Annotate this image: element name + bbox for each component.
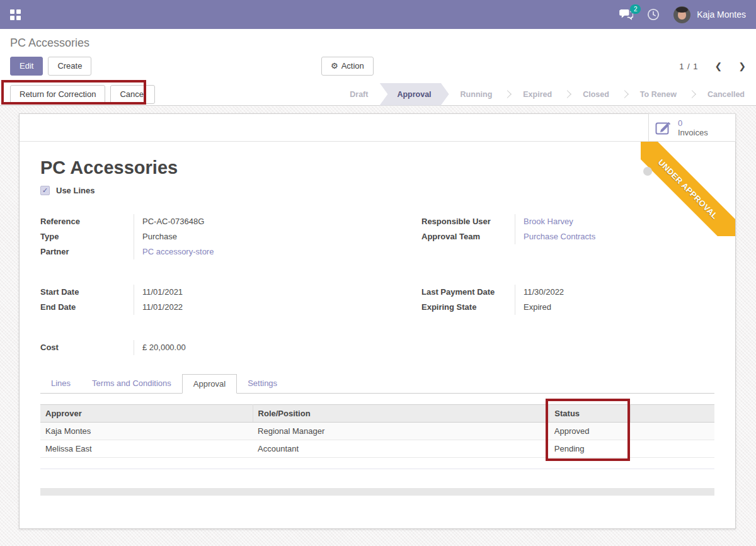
- column-header-role: Role/Position: [253, 405, 549, 423]
- cell-status: Approved: [549, 423, 630, 440]
- state-pipeline: Draft Approval Running Expired Closed To…: [338, 83, 756, 106]
- column-header-approver: Approver: [40, 405, 253, 423]
- field-label: Type: [40, 229, 134, 244]
- field-group-main: Reference PC-AC-073648G Type Purchase Pa…: [40, 214, 714, 259]
- use-lines-label: Use Lines: [56, 186, 94, 195]
- user-menu[interactable]: Kaja Montes: [697, 9, 746, 20]
- field-value: 11/30/2022: [515, 285, 714, 300]
- messages-count-badge: 2: [630, 4, 641, 14]
- chevron-separator-icon: [503, 90, 512, 98]
- control-panel: Edit Create ⚙Action 1 / 1 ❮ ❯: [0, 52, 756, 83]
- approval-table: Approver Role/Position Status Kaja Monte…: [40, 404, 714, 458]
- table-empty-row: [40, 458, 714, 469]
- record-title: PC Accessories: [40, 158, 714, 177]
- field-value: Purchase: [134, 229, 377, 244]
- cell-approver: Melissa East: [40, 440, 253, 458]
- field-value: 11/01/2022: [134, 300, 377, 315]
- pager-previous-icon[interactable]: ❮: [715, 61, 723, 71]
- tab-approval[interactable]: Approval: [182, 374, 237, 394]
- field-partner: Partner PC accessory-store: [40, 244, 377, 259]
- approval-team-link[interactable]: Purchase Contracts: [524, 232, 595, 241]
- avatar-placeholder-dot: [643, 167, 652, 176]
- field-label: Last Payment Date: [421, 285, 515, 300]
- cell-status: Pending: [549, 440, 630, 458]
- gear-icon: ⚙: [331, 61, 338, 71]
- field-responsible-user: Responsible User Brook Harvey: [421, 214, 714, 229]
- state-closed[interactable]: Closed: [571, 83, 621, 106]
- breadcrumb-row: PC Accessories: [0, 29, 756, 52]
- cell-approver: Kaja Montes: [40, 423, 253, 440]
- top-navbar: 2 Kaja Montes: [0, 0, 756, 29]
- invoices-label: Invoices: [678, 128, 708, 137]
- table-row[interactable]: Melissa East Accountant Pending: [40, 440, 714, 458]
- field-reference: Reference PC-AC-073648G: [40, 214, 377, 229]
- field-label: Approval Team: [421, 229, 515, 244]
- field-value: Expired: [515, 300, 714, 315]
- status-bar: Return for Correction Cancel Draft Appro…: [0, 83, 756, 106]
- column-header-empty: [630, 405, 714, 423]
- field-label: Cost: [40, 340, 134, 355]
- breadcrumb: PC Accessories: [10, 37, 89, 49]
- activities-clock-icon[interactable]: [647, 8, 660, 21]
- field-value: £ 20,000.00: [134, 340, 377, 355]
- return-for-correction-button[interactable]: Return for Correction: [10, 85, 105, 104]
- cell-role: Regional Manager: [253, 423, 549, 440]
- table-header-row: Approver Role/Position Status: [40, 405, 714, 423]
- tab-terms-and-conditions[interactable]: Terms and Conditions: [81, 374, 182, 393]
- partner-link[interactable]: PC accessory-store: [142, 247, 214, 256]
- field-label: Start Date: [40, 285, 134, 300]
- field-type: Type Purchase: [40, 229, 377, 244]
- field-cost: Cost £ 20,000.00: [40, 340, 377, 355]
- action-button[interactable]: ⚙Action: [321, 57, 374, 76]
- state-draft[interactable]: Draft: [338, 83, 379, 106]
- content-background: 0 Invoices UNDER APPROVAL PC Accessories…: [0, 106, 756, 546]
- field-value: 11/01/2021: [134, 285, 377, 300]
- button-box-strip: 0 Invoices: [20, 114, 735, 142]
- notebook-tabs: Lines Terms and Conditions Approval Sett…: [40, 374, 714, 394]
- state-expired[interactable]: Expired: [512, 83, 563, 106]
- field-expiring-state: Expiring State Expired: [421, 300, 714, 315]
- use-lines-checkbox[interactable]: ✓: [40, 186, 50, 195]
- messages-button[interactable]: 2: [619, 9, 633, 20]
- state-approval[interactable]: Approval: [379, 83, 449, 106]
- create-button[interactable]: Create: [48, 57, 91, 76]
- chevron-separator-icon: [688, 90, 696, 98]
- pager-count: 1 / 1: [679, 62, 698, 71]
- tab-settings[interactable]: Settings: [237, 374, 288, 393]
- field-label: End Date: [40, 300, 134, 315]
- field-label: Responsible User: [421, 214, 515, 229]
- state-cancelled[interactable]: Cancelled: [696, 83, 756, 106]
- cell-role: Accountant: [253, 440, 549, 458]
- form-sheet: 0 Invoices UNDER APPROVAL PC Accessories…: [19, 113, 736, 529]
- pager-next-icon[interactable]: ❯: [738, 61, 746, 71]
- user-avatar[interactable]: [673, 6, 690, 23]
- chevron-separator-icon: [621, 90, 629, 98]
- state-to-renew[interactable]: To Renew: [629, 83, 688, 106]
- cancel-button[interactable]: Cancel: [110, 85, 154, 104]
- field-approval-team: Approval Team Purchase Contracts: [421, 229, 714, 244]
- edit-button[interactable]: Edit: [10, 57, 43, 76]
- field-value: PC-AC-073648G: [134, 214, 377, 229]
- horizontal-scrollbar[interactable]: [40, 488, 714, 496]
- invoices-count: 0: [678, 118, 708, 128]
- tab-lines[interactable]: Lines: [40, 374, 81, 393]
- table-row[interactable]: Kaja Montes Regional Manager Approved: [40, 423, 714, 440]
- column-header-status: Status: [549, 405, 630, 423]
- invoices-stat-button[interactable]: 0 Invoices: [648, 113, 736, 142]
- field-end-date: End Date 11/01/2022: [40, 300, 377, 315]
- field-group-dates: Start Date 11/01/2021 End Date 11/01/202…: [40, 285, 714, 315]
- apps-grid-icon[interactable]: [10, 9, 21, 20]
- state-running[interactable]: Running: [449, 83, 504, 106]
- field-group-cost: Cost £ 20,000.00: [40, 340, 714, 355]
- field-label: Partner: [40, 244, 134, 259]
- field-last-payment-date: Last Payment Date 11/30/2022: [421, 285, 714, 300]
- field-start-date: Start Date 11/01/2021: [40, 285, 377, 300]
- use-lines-field: ✓ Use Lines: [40, 186, 714, 195]
- field-label: Reference: [40, 214, 134, 229]
- edit-pencil-icon: [655, 120, 672, 135]
- chevron-separator-icon: [563, 90, 571, 98]
- responsible-user-link[interactable]: Brook Harvey: [524, 217, 573, 226]
- field-label: Expiring State: [421, 300, 515, 315]
